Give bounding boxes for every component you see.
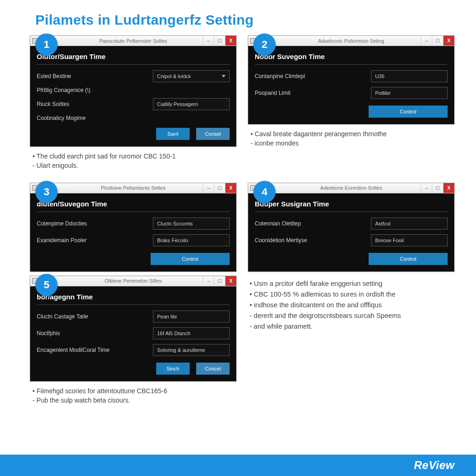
text-field[interactable]: Pean lite: [153, 311, 230, 323]
form-row: Noctfphis16f Al5 Dtanch: [37, 327, 230, 339]
control-button[interactable]: Control: [369, 106, 448, 118]
maximize-button[interactable]: ☐: [214, 36, 225, 46]
step-badge: 2: [253, 33, 276, 56]
minimize-button[interactable]: –: [421, 36, 432, 46]
step-4: 4Adeetione Eorention Soltes–☐XBuuper Sus…: [248, 183, 455, 272]
step-badge: 3: [35, 181, 58, 203]
footer-bar: ReView: [0, 455, 476, 476]
form-row: Encagenlent ModilCoral TimeSotoring & au…: [37, 344, 230, 356]
form-row: Cotenpime DdoctiesCluctn Sccomts: [37, 218, 230, 230]
form-row: Riuck SoittesCaitlily Pessagern: [37, 98, 230, 110]
field-label: Cluctn Castage Tatle: [37, 313, 153, 320]
step-caption: The cludd earch pint sad for ruromor CBC…: [30, 147, 237, 179]
field-label: Cotenpime Ddocties: [37, 220, 153, 227]
text-field[interactable]: Cluctn Sccomts: [153, 218, 230, 230]
note-line: CBC 100-55 % adlemicas to sures in ordis…: [250, 289, 453, 300]
maximize-button[interactable]: ☐: [432, 36, 443, 46]
note-line: and while paramett.: [250, 321, 453, 332]
control-button[interactable]: Control: [369, 253, 448, 265]
window-controls: –☐X: [203, 36, 236, 46]
close-button[interactable]: X: [225, 276, 236, 286]
concel-button[interactable]: Concel: [196, 363, 230, 375]
maximize-button[interactable]: ☐: [214, 183, 225, 193]
dialog-client: bor/agegnn TimeCluctn Castage TatlePean …: [30, 286, 236, 381]
sinch-button[interactable]: Sinch: [156, 363, 190, 375]
form-row: Cluctn Castage TatlePean lite: [37, 311, 230, 323]
dialog-client: dluten/Suvegon TimeCotenpime DdoctiesClu…: [30, 193, 236, 271]
dialog-window: Adeetione Eorention Soltes–☐XBuuper Susi…: [248, 183, 455, 272]
control-button[interactable]: Control: [151, 253, 230, 265]
minimize-button[interactable]: –: [421, 183, 432, 193]
step-5: 5Oltiieve Peremelon Siltes–☐Xbor/agegnn …: [30, 276, 237, 414]
field-label: Pfrtllig Conagenice (\): [37, 87, 230, 93]
maximize-button[interactable]: ☐: [214, 276, 225, 286]
form-row: Poopand LimitPotliler: [255, 87, 448, 99]
window-controls: –☐X: [203, 183, 236, 193]
note-line: dererlt and the deigrotscntsbears surcah…: [250, 311, 453, 321]
text-field[interactable]: Astfcol: [371, 218, 448, 230]
field-label: Ested Bextine: [37, 73, 153, 79]
close-button[interactable]: X: [225, 183, 236, 193]
button-row: SinchConcel: [37, 363, 230, 375]
section-heading: Olutor/Suargen Time: [37, 51, 230, 65]
window-controls: –☐X: [421, 183, 454, 193]
caption-line: Fiimehgd scories for attentouttune CBC16…: [33, 386, 234, 396]
text-field[interactable]: 16f Al5 Dtanch: [153, 327, 230, 339]
button-row: Control: [37, 253, 230, 265]
section-heading: bor/agegnn Time: [37, 291, 230, 305]
close-button[interactable]: X: [225, 36, 236, 46]
field-label: Contanpine Climtepl: [255, 73, 371, 79]
close-button[interactable]: X: [443, 36, 454, 46]
minimize-button[interactable]: –: [203, 276, 214, 286]
dropdown-field[interactable]: Cnipol & loidck: [153, 70, 230, 82]
field-label: Exanidemain Pooler: [37, 237, 153, 244]
caption-line: Ulart enigouls.: [33, 161, 234, 170]
form-row: Pfrtllig Conagenice (\): [37, 87, 230, 93]
note-line: indhose the disitcantent on the and offf…: [250, 300, 453, 311]
step-caption: Fiimehgd scories for attentouttune CBC16…: [30, 382, 237, 414]
field-label: Encagenlent ModilCoral Time: [37, 347, 153, 353]
step-3: 3Plodioive Pellamiante Seltes–☐Xdluten/S…: [30, 183, 237, 272]
text-field[interactable]: Braks Fecoilo: [153, 234, 230, 246]
field-label: Cotennian Oletltep: [255, 220, 371, 227]
form-row: Ested BextineCnipol & loidck: [37, 70, 230, 82]
button-row: Control: [255, 106, 448, 118]
text-field[interactable]: Sotoring & aurulteme: [153, 344, 230, 356]
step-2: 2Adselocnic Poliormion Seting–☐XNobor Su…: [248, 35, 455, 179]
form-row: Contanpine ClimteplU35: [255, 70, 448, 82]
caption-line: Caval breate dagantenr perangemen thrnot…: [251, 129, 452, 139]
consel-button[interactable]: Consel: [196, 128, 230, 140]
caption-line: Pub the sulp watch beta cisours.: [33, 396, 234, 405]
text-field[interactable]: Potliler: [371, 87, 448, 99]
close-button[interactable]: X: [443, 183, 454, 193]
window-controls: –☐X: [421, 36, 454, 46]
titlebar[interactable]: Paescotute Pofternoter Soltes–☐X: [30, 36, 236, 46]
titlebar[interactable]: Adeetione Eorention Soltes–☐X: [248, 183, 454, 193]
field-label: Coonidetion Mertiyse: [255, 237, 371, 244]
dialog-client: Nobor Suvegon TimeContanpine ClimteplU35…: [248, 46, 454, 124]
dialog-client: Olutor/Suargen TimeEsted BextineCnipol &…: [30, 46, 236, 146]
form-row: Cotennian OletltepAstfcol: [255, 218, 448, 230]
text-field[interactable]: Caitlily Pessagern: [153, 98, 230, 110]
minimize-button[interactable]: –: [203, 36, 214, 46]
section-heading: dluten/Suvegon Time: [37, 198, 230, 212]
button-row: Control: [255, 253, 448, 265]
section-heading: Nobor Suvegon Time: [255, 51, 448, 65]
dialog-window: Oltiieve Peremelon Siltes–☐Xbor/agegnn T…: [30, 276, 237, 382]
field-label: Coobnalicy Mogime: [37, 115, 230, 121]
dialog-window: Paescotute Pofternoter Soltes–☐XOlutor/S…: [30, 35, 237, 147]
text-field[interactable]: U35: [371, 70, 448, 82]
titlebar[interactable]: Adselocnic Poliormion Seting–☐X: [248, 36, 454, 46]
minimize-button[interactable]: –: [203, 183, 214, 193]
footer-logo: ReView: [414, 459, 455, 472]
step-badge: 5: [35, 274, 58, 296]
field-label: Poopand Limit: [255, 90, 371, 96]
sarrt-button[interactable]: Sarrt: [156, 128, 190, 140]
page-title: Pilamets in Ludrtangerfz Setting: [0, 0, 476, 35]
form-row: Coonidetion MertiyseBreose Fooil: [255, 234, 448, 246]
titlebar[interactable]: Oltiieve Peremelon Siltes–☐X: [30, 276, 236, 286]
maximize-button[interactable]: ☐: [432, 183, 443, 193]
text-field[interactable]: Breose Fooil: [371, 234, 448, 246]
titlebar[interactable]: Plodioive Pellamiante Seltes–☐X: [30, 183, 236, 193]
dialog-client: Buuper Susigran TimeCotennian OletltepAs…: [248, 193, 454, 271]
